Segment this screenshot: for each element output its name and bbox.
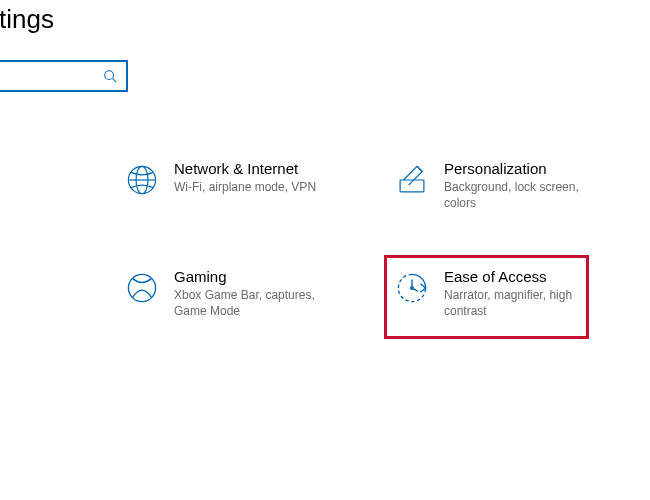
ease-of-access-icon (392, 268, 432, 308)
tile-network[interactable]: Network & Internet Wi-Fi, airplane mode,… (122, 160, 362, 200)
tile-desc: recovery, (0, 396, 88, 412)
tile-phone-partial[interactable]: l, iPhone (0, 172, 88, 191)
paintbrush-icon (392, 160, 432, 200)
tile-desc: Narrator, magnifier, high contrast (444, 288, 614, 319)
tile-personalization[interactable]: Personalization Background, lock screen,… (392, 160, 632, 211)
tile-ease-of-access[interactable]: Ease of Access Narrator, magnifier, high… (392, 268, 632, 319)
tile-desc: Xbox Game Bar, captures, Game Mode (174, 288, 344, 319)
tile-title: urity (0, 376, 88, 393)
tile-desc: Wi-Fi, airplane mode, VPN (174, 180, 316, 196)
tile-title: age (0, 274, 88, 291)
tile-desc: ate (0, 294, 88, 310)
tile-gaming[interactable]: Gaming Xbox Game Bar, captures, Game Mod… (122, 268, 362, 319)
tile-title: Personalization (444, 160, 614, 177)
svg-point-0 (105, 71, 114, 80)
tile-desc: Background, lock screen, colors (444, 180, 614, 211)
svg-line-6 (417, 166, 422, 171)
tile-title: Ease of Access (444, 268, 614, 285)
tile-title: Network & Internet (174, 160, 316, 177)
search-box[interactable] (0, 60, 128, 92)
globe-icon (122, 160, 162, 200)
tile-security-partial[interactable]: urity recovery, (0, 376, 88, 412)
search-icon (94, 69, 126, 83)
svg-point-7 (128, 274, 155, 301)
tile-desc: l, iPhone (0, 175, 88, 191)
page-title: Settings (0, 4, 54, 35)
svg-line-1 (113, 79, 117, 83)
search-input[interactable] (0, 62, 94, 90)
tile-title: Gaming (174, 268, 344, 285)
tile-storage-partial[interactable]: age ate (0, 274, 88, 310)
xbox-icon (122, 268, 162, 308)
svg-point-10 (411, 287, 414, 290)
